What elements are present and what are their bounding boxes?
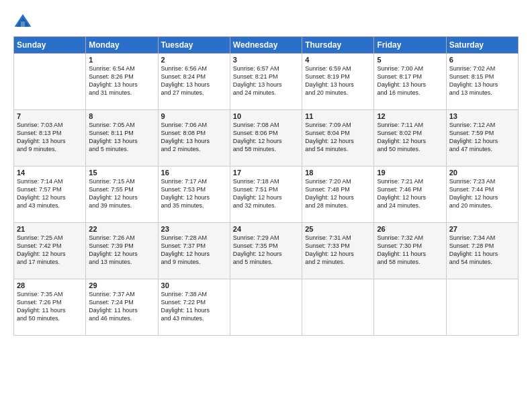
- calendar-cell: 15Sunrise: 7:15 AM Sunset: 7:55 PM Dayli…: [86, 167, 158, 223]
- calendar-cell: [14, 54, 86, 110]
- day-number: 14: [17, 169, 83, 177]
- day-info: Sunrise: 7:18 AM Sunset: 7:51 PM Dayligh…: [233, 177, 299, 210]
- day-number: 6: [449, 56, 515, 64]
- day-number: 16: [161, 169, 227, 177]
- calendar-cell: 3Sunrise: 6:57 AM Sunset: 8:21 PM Daylig…: [230, 54, 302, 110]
- day-number: 18: [305, 169, 371, 177]
- day-number: 24: [233, 225, 299, 233]
- calendar-cell: 27Sunrise: 7:34 AM Sunset: 7:28 PM Dayli…: [446, 223, 518, 279]
- day-info: Sunrise: 7:34 AM Sunset: 7:28 PM Dayligh…: [449, 234, 515, 267]
- day-number: 30: [161, 281, 227, 289]
- day-number: 1: [89, 56, 154, 64]
- calendar-cell: 5Sunrise: 7:00 AM Sunset: 8:17 PM Daylig…: [374, 54, 446, 110]
- calendar-cell: 10Sunrise: 7:08 AM Sunset: 8:06 PM Dayli…: [230, 110, 302, 167]
- calendar-cell: 17Sunrise: 7:18 AM Sunset: 7:51 PM Dayli…: [230, 167, 302, 223]
- day-number: 5: [377, 56, 443, 64]
- calendar-cell: 18Sunrise: 7:20 AM Sunset: 7:48 PM Dayli…: [302, 167, 374, 223]
- calendar-cell: [230, 279, 302, 336]
- day-info: Sunrise: 7:06 AM Sunset: 8:08 PM Dayligh…: [161, 121, 227, 154]
- calendar-cell: 1Sunrise: 6:54 AM Sunset: 8:26 PM Daylig…: [86, 54, 158, 110]
- day-info: Sunrise: 7:38 AM Sunset: 7:22 PM Dayligh…: [161, 290, 227, 323]
- calendar-week-3: 14Sunrise: 7:14 AM Sunset: 7:57 PM Dayli…: [14, 167, 519, 223]
- day-info: Sunrise: 7:35 AM Sunset: 7:26 PM Dayligh…: [17, 290, 83, 323]
- day-info: Sunrise: 6:57 AM Sunset: 8:21 PM Dayligh…: [233, 64, 299, 97]
- day-number: 27: [449, 225, 515, 233]
- day-info: Sunrise: 7:00 AM Sunset: 8:17 PM Dayligh…: [377, 64, 443, 97]
- day-number: 17: [233, 169, 299, 177]
- day-header-sunday: Sunday: [14, 37, 86, 54]
- day-number: 7: [17, 112, 83, 120]
- day-info: Sunrise: 7:02 AM Sunset: 8:15 PM Dayligh…: [449, 64, 515, 97]
- header: [13, 12, 519, 31]
- day-info: Sunrise: 7:29 AM Sunset: 7:35 PM Dayligh…: [233, 234, 299, 267]
- day-info: Sunrise: 7:14 AM Sunset: 7:57 PM Dayligh…: [17, 177, 83, 210]
- calendar-cell: 20Sunrise: 7:23 AM Sunset: 7:44 PM Dayli…: [446, 167, 518, 223]
- calendar-cell: 9Sunrise: 7:06 AM Sunset: 8:08 PM Daylig…: [158, 110, 230, 167]
- page: SundayMondayTuesdayWednesdayThursdayFrid…: [0, 0, 532, 411]
- day-number: 26: [377, 225, 443, 233]
- calendar-cell: 23Sunrise: 7:28 AM Sunset: 7:37 PM Dayli…: [158, 223, 230, 279]
- day-info: Sunrise: 6:54 AM Sunset: 8:26 PM Dayligh…: [89, 64, 154, 97]
- calendar-cell: 21Sunrise: 7:25 AM Sunset: 7:42 PM Dayli…: [14, 223, 86, 279]
- calendar-week-5: 28Sunrise: 7:35 AM Sunset: 7:26 PM Dayli…: [14, 279, 519, 336]
- logo: [13, 12, 35, 31]
- calendar-cell: 28Sunrise: 7:35 AM Sunset: 7:26 PM Dayli…: [14, 279, 86, 336]
- day-info: Sunrise: 7:26 AM Sunset: 7:39 PM Dayligh…: [89, 234, 154, 267]
- day-number: 25: [305, 225, 371, 233]
- day-info: Sunrise: 7:23 AM Sunset: 7:44 PM Dayligh…: [449, 177, 515, 210]
- day-number: 20: [449, 169, 515, 177]
- logo-icon: [13, 12, 32, 31]
- day-number: 19: [377, 169, 443, 177]
- day-number: 13: [449, 112, 515, 120]
- calendar-cell: 7Sunrise: 7:03 AM Sunset: 8:13 PM Daylig…: [14, 110, 86, 167]
- day-info: Sunrise: 7:25 AM Sunset: 7:42 PM Dayligh…: [17, 234, 83, 267]
- day-number: 3: [233, 56, 299, 64]
- day-info: Sunrise: 7:12 AM Sunset: 7:59 PM Dayligh…: [449, 121, 515, 154]
- calendar-cell: 24Sunrise: 7:29 AM Sunset: 7:35 PM Dayli…: [230, 223, 302, 279]
- calendar-cell: [302, 279, 374, 336]
- day-info: Sunrise: 7:17 AM Sunset: 7:53 PM Dayligh…: [161, 177, 227, 210]
- calendar-cell: 19Sunrise: 7:21 AM Sunset: 7:46 PM Dayli…: [374, 167, 446, 223]
- day-info: Sunrise: 6:56 AM Sunset: 8:24 PM Dayligh…: [161, 64, 227, 97]
- calendar-cell: 8Sunrise: 7:05 AM Sunset: 8:11 PM Daylig…: [86, 110, 158, 167]
- day-header-wednesday: Wednesday: [230, 37, 302, 54]
- calendar-cell: 16Sunrise: 7:17 AM Sunset: 7:53 PM Dayli…: [158, 167, 230, 223]
- day-info: Sunrise: 7:09 AM Sunset: 8:04 PM Dayligh…: [305, 121, 371, 154]
- day-info: Sunrise: 7:15 AM Sunset: 7:55 PM Dayligh…: [89, 177, 154, 210]
- calendar-cell: 30Sunrise: 7:38 AM Sunset: 7:22 PM Dayli…: [158, 279, 230, 336]
- day-info: Sunrise: 7:05 AM Sunset: 8:11 PM Dayligh…: [89, 121, 154, 154]
- calendar-cell: 25Sunrise: 7:31 AM Sunset: 7:33 PM Dayli…: [302, 223, 374, 279]
- day-header-tuesday: Tuesday: [158, 37, 230, 54]
- day-number: 29: [89, 281, 154, 289]
- calendar-cell: 29Sunrise: 7:37 AM Sunset: 7:24 PM Dayli…: [86, 279, 158, 336]
- calendar-cell: 22Sunrise: 7:26 AM Sunset: 7:39 PM Dayli…: [86, 223, 158, 279]
- day-number: 12: [377, 112, 443, 120]
- calendar-cell: [374, 279, 446, 336]
- day-header-saturday: Saturday: [446, 37, 518, 54]
- day-number: 22: [89, 225, 154, 233]
- calendar-table: SundayMondayTuesdayWednesdayThursdayFrid…: [13, 36, 519, 336]
- day-info: Sunrise: 7:11 AM Sunset: 8:02 PM Dayligh…: [377, 121, 443, 154]
- calendar-cell: 11Sunrise: 7:09 AM Sunset: 8:04 PM Dayli…: [302, 110, 374, 167]
- day-number: 2: [161, 56, 227, 64]
- day-header-monday: Monday: [86, 37, 158, 54]
- calendar-cell: 26Sunrise: 7:32 AM Sunset: 7:30 PM Dayli…: [374, 223, 446, 279]
- day-header-friday: Friday: [374, 37, 446, 54]
- day-number: 28: [17, 281, 83, 289]
- calendar-cell: 13Sunrise: 7:12 AM Sunset: 7:59 PM Dayli…: [446, 110, 518, 167]
- day-info: Sunrise: 7:31 AM Sunset: 7:33 PM Dayligh…: [305, 234, 371, 267]
- calendar-cell: 6Sunrise: 7:02 AM Sunset: 8:15 PM Daylig…: [446, 54, 518, 110]
- day-number: 9: [161, 112, 227, 120]
- calendar-week-4: 21Sunrise: 7:25 AM Sunset: 7:42 PM Dayli…: [14, 223, 519, 279]
- day-header-thursday: Thursday: [302, 37, 374, 54]
- calendar-week-2: 7Sunrise: 7:03 AM Sunset: 8:13 PM Daylig…: [14, 110, 519, 167]
- day-number: 4: [305, 56, 371, 64]
- day-headers: SundayMondayTuesdayWednesdayThursdayFrid…: [14, 37, 519, 54]
- calendar-week-1: 1Sunrise: 6:54 AM Sunset: 8:26 PM Daylig…: [14, 54, 519, 110]
- day-info: Sunrise: 7:28 AM Sunset: 7:37 PM Dayligh…: [161, 234, 227, 267]
- svg-rect-2: [21, 21, 25, 27]
- day-info: Sunrise: 7:37 AM Sunset: 7:24 PM Dayligh…: [89, 290, 154, 323]
- calendar-cell: 14Sunrise: 7:14 AM Sunset: 7:57 PM Dayli…: [14, 167, 86, 223]
- day-info: Sunrise: 7:20 AM Sunset: 7:48 PM Dayligh…: [305, 177, 371, 210]
- calendar-cell: 2Sunrise: 6:56 AM Sunset: 8:24 PM Daylig…: [158, 54, 230, 110]
